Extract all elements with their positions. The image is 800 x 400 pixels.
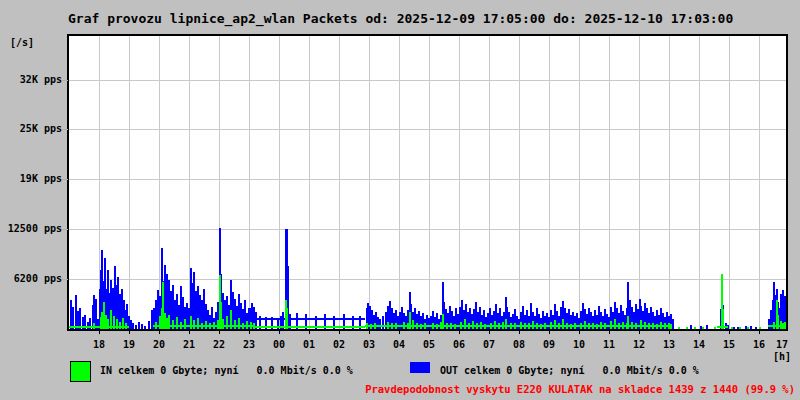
in-spike bbox=[230, 310, 232, 329]
in-spike bbox=[610, 321, 612, 329]
in-spike bbox=[596, 324, 598, 329]
in-spike bbox=[387, 322, 389, 329]
in-spike bbox=[119, 322, 121, 329]
x-tick-label: 02 bbox=[324, 339, 354, 350]
in-spike bbox=[480, 322, 482, 329]
x-tick-label: 10 bbox=[564, 339, 594, 350]
plot-area bbox=[67, 34, 788, 331]
in-spike bbox=[618, 323, 620, 329]
in-spike bbox=[670, 324, 672, 329]
in-spike bbox=[678, 327, 680, 329]
x-tick-label: 03 bbox=[354, 339, 384, 350]
x-tick-mark bbox=[759, 331, 760, 334]
in-baseline bbox=[255, 326, 365, 328]
in-spike bbox=[528, 323, 530, 329]
in-spike bbox=[584, 321, 586, 329]
x-tick-label: 13 bbox=[654, 339, 684, 350]
in-spike bbox=[246, 321, 248, 329]
in-spike bbox=[122, 318, 124, 329]
x-tick-label: 18 bbox=[84, 339, 114, 350]
x-tick-mark bbox=[309, 331, 310, 334]
in-spike bbox=[580, 323, 582, 329]
in-spike bbox=[432, 323, 434, 329]
in-spike bbox=[510, 323, 512, 329]
in-spike bbox=[464, 319, 466, 329]
x-tick-mark bbox=[159, 331, 160, 334]
in-spike bbox=[498, 323, 500, 329]
y-tick-mark bbox=[62, 179, 68, 180]
out-spike bbox=[379, 319, 381, 329]
x-tick-label: 11 bbox=[594, 339, 624, 350]
x-tick-label: 22 bbox=[204, 339, 234, 350]
in-spike bbox=[759, 327, 761, 329]
y-tick-mark bbox=[62, 80, 68, 81]
x-tick-mark bbox=[669, 331, 670, 334]
in-spike bbox=[391, 323, 393, 329]
in-spike bbox=[412, 320, 414, 329]
in-spike bbox=[631, 322, 633, 329]
in-spike bbox=[374, 323, 376, 329]
y-tick-mark bbox=[62, 129, 68, 130]
in-spike bbox=[176, 317, 178, 329]
in-spike bbox=[514, 323, 516, 329]
in-spike bbox=[554, 320, 556, 329]
in-spike bbox=[93, 323, 95, 329]
in-spike bbox=[107, 319, 109, 329]
in-spike bbox=[656, 324, 658, 329]
x-tick-mark bbox=[609, 331, 610, 334]
in-spike bbox=[622, 322, 624, 329]
in-spike bbox=[395, 323, 397, 329]
in-spike bbox=[574, 323, 576, 329]
in-spike bbox=[490, 323, 492, 329]
in-spike bbox=[714, 327, 716, 329]
in-spike bbox=[652, 323, 654, 329]
x-tick-mark bbox=[729, 331, 730, 334]
in-spike bbox=[442, 314, 444, 329]
in-spike bbox=[190, 316, 192, 329]
out-spike bbox=[148, 321, 150, 329]
y-tick-mark bbox=[62, 279, 68, 280]
in-spike bbox=[213, 322, 215, 329]
in-spike bbox=[627, 316, 629, 329]
in-spike bbox=[193, 320, 195, 329]
in-spike bbox=[722, 309, 724, 329]
in-spike bbox=[550, 322, 552, 329]
in-spike bbox=[436, 324, 438, 329]
out-spike bbox=[706, 325, 708, 329]
in-spike bbox=[446, 323, 448, 329]
y-tick-mark bbox=[62, 229, 68, 230]
x-tick-label: 19 bbox=[114, 339, 144, 350]
x-tick-label: 20 bbox=[144, 339, 174, 350]
in-spike bbox=[420, 324, 422, 329]
x-tick-label: 08 bbox=[504, 339, 534, 350]
in-spike bbox=[747, 327, 749, 329]
in-spike bbox=[476, 323, 478, 329]
x-tick-mark bbox=[459, 331, 460, 334]
in-spike bbox=[648, 323, 650, 329]
in-spike bbox=[777, 315, 779, 329]
in-spike bbox=[205, 321, 207, 329]
in-spike bbox=[197, 318, 199, 329]
in-spike bbox=[540, 324, 542, 329]
x-tick-mark bbox=[279, 331, 280, 334]
in-spike bbox=[424, 323, 426, 329]
x-tick-mark bbox=[249, 331, 250, 334]
x-tick-label: 23 bbox=[234, 339, 264, 350]
footer-warning-text: Pravdepodobnost vyskytu E220 KULATAK na … bbox=[365, 383, 795, 395]
in-spike bbox=[635, 323, 637, 329]
in-spike bbox=[494, 321, 496, 329]
out-spike bbox=[132, 323, 134, 329]
chart-title: Graf provozu lipnice_ap2_wlan Packets od… bbox=[68, 11, 733, 26]
in-spike bbox=[125, 323, 127, 329]
grid-line-horizontal bbox=[69, 80, 786, 81]
in-spike bbox=[784, 322, 786, 329]
in-spike bbox=[116, 319, 118, 329]
x-tick-mark bbox=[489, 331, 490, 334]
in-spike bbox=[600, 322, 602, 329]
in-spike bbox=[253, 323, 255, 329]
in-spike bbox=[226, 316, 228, 329]
in-spike bbox=[702, 327, 704, 329]
in-spike bbox=[209, 323, 211, 329]
in-spike bbox=[588, 323, 590, 329]
x-tick-mark bbox=[639, 331, 640, 334]
